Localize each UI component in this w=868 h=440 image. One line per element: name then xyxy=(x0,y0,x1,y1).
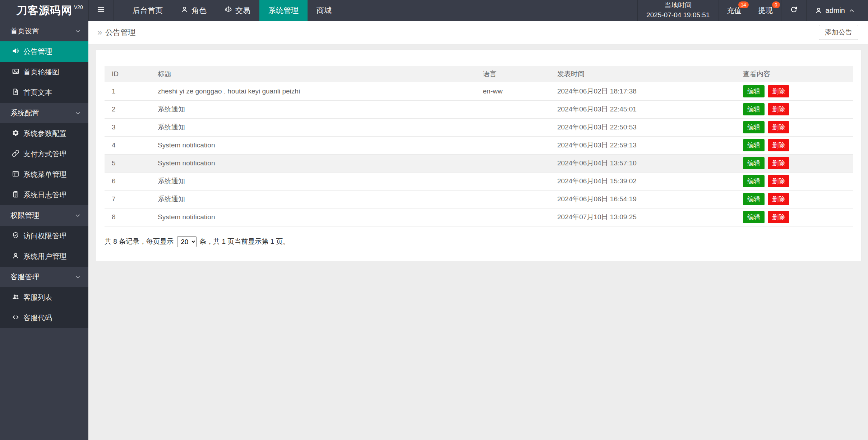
announcement-card: ID标题语言发表时间查看内容 1zheshi yi ze gonggao . h… xyxy=(96,50,862,261)
sidebar-item[interactable]: 系统菜单管理 xyxy=(0,164,88,185)
sidebar-item-label: 首页轮播图 xyxy=(23,67,59,77)
edit-button[interactable]: 编辑 xyxy=(743,193,765,205)
top-nav-item[interactable]: 角色 xyxy=(172,0,216,21)
delete-button[interactable]: 删除 xyxy=(768,157,789,169)
sidebar: 首页设置公告管理首页轮播图首页文本系统配置系统参数配置支付方式管理系统菜单管理系… xyxy=(0,21,88,440)
recharge-badge: 14 xyxy=(738,1,748,8)
code-icon xyxy=(12,313,19,323)
menu-icon xyxy=(97,5,105,15)
edit-button[interactable]: 编辑 xyxy=(743,157,765,169)
sidebar-item[interactable]: 客服列表 xyxy=(0,287,88,308)
local-time-value: 2025-07-04 19:05:51 xyxy=(646,10,710,20)
cell-time: 2024年07月10日 13:09:25 xyxy=(550,208,736,226)
cell-title: 系统通知 xyxy=(151,100,476,118)
sidebar-item-label: 客服列表 xyxy=(23,293,52,302)
withdraw-badge: 0 xyxy=(772,1,780,8)
cell-title: zheshi yi ze gonggao . houtai keyi guanl… xyxy=(151,82,476,100)
cell-id: 4 xyxy=(105,136,151,154)
add-announcement-button[interactable]: 添加公告 xyxy=(819,25,858,40)
table-column-header: ID xyxy=(105,66,151,82)
delete-button[interactable]: 删除 xyxy=(768,175,789,187)
sidebar-section-header[interactable]: 系统配置 xyxy=(0,103,88,123)
refresh-icon xyxy=(790,5,798,15)
delete-button[interactable]: 删除 xyxy=(768,193,789,205)
table-column-header: 查看内容 xyxy=(736,66,853,82)
top-nav-item[interactable]: 后台首页 xyxy=(124,0,172,21)
sidebar-section-label: 权限管理 xyxy=(10,211,39,220)
table-row: 7系统通知2024年06月06日 16:54:19编辑删除 xyxy=(105,190,853,208)
cell-id: 7 xyxy=(105,190,151,208)
sidebar-item[interactable]: 访问权限管理 xyxy=(0,226,88,246)
cell-lang xyxy=(476,154,550,172)
top-nav-item[interactable]: 交易 xyxy=(216,0,259,21)
sidebar-item[interactable]: 系统日志管理 xyxy=(0,185,88,205)
cell-title: System notification xyxy=(151,136,476,154)
cell-title: 系统通知 xyxy=(151,118,476,136)
table-column-header: 发表时间 xyxy=(550,66,736,82)
sidebar-item[interactable]: 客服代码 xyxy=(0,308,88,328)
sidebar-section-header[interactable]: 首页设置 xyxy=(0,21,88,41)
table-header-row: ID标题语言发表时间查看内容 xyxy=(105,66,853,82)
edit-button[interactable]: 编辑 xyxy=(743,139,765,151)
sidebar-item[interactable]: 公告管理 xyxy=(0,41,88,62)
cell-time: 2024年06月03日 22:59:13 xyxy=(550,136,736,154)
window-icon xyxy=(12,170,19,179)
sidebar-item[interactable]: 首页轮播图 xyxy=(0,62,88,82)
edit-button[interactable]: 编辑 xyxy=(743,121,765,133)
cell-title: System notification xyxy=(151,154,476,172)
sidebar-item[interactable]: 系统参数配置 xyxy=(0,123,88,144)
cell-id: 2 xyxy=(105,100,151,118)
breadcrumb-arrow-icon: » xyxy=(97,27,102,37)
main-content: » 公告管理 添加公告 ID标题语言发表时间查看内容 1zheshi yi ze… xyxy=(88,21,868,440)
delete-button[interactable]: 删除 xyxy=(768,121,789,133)
local-time-label: 当地时间 xyxy=(664,1,692,10)
sidebar-section-header[interactable]: 客服管理 xyxy=(0,267,88,287)
edit-button[interactable]: 编辑 xyxy=(743,103,765,115)
sidebar-item-label: 客服代码 xyxy=(23,313,52,323)
table-row: 4System notification2024年06月03日 22:59:13… xyxy=(105,136,853,154)
sidebar-toggle-button[interactable] xyxy=(88,0,114,21)
pagination: 共 8 条记录，每页显示 20 条，共 1 页当前显示第 1 页。 xyxy=(105,236,853,247)
sidebar-item[interactable]: 支付方式管理 xyxy=(0,144,88,164)
username: admin xyxy=(826,6,845,15)
cell-title: 系统通知 xyxy=(151,172,476,190)
chevron-down-icon xyxy=(74,110,81,116)
delete-button[interactable]: 删除 xyxy=(768,85,789,97)
sidebar-item[interactable]: 系统用户管理 xyxy=(0,246,88,267)
scales-icon xyxy=(225,6,232,15)
table-row: 1zheshi yi ze gonggao . houtai keyi guan… xyxy=(105,82,853,100)
sidebar-item-label: 系统用户管理 xyxy=(23,252,66,261)
recharge-button[interactable]: 充值 14 xyxy=(719,0,750,21)
user-menu[interactable]: admin xyxy=(806,0,868,21)
table-column-header: 语言 xyxy=(476,66,550,82)
cell-time: 2024年06月03日 22:50:53 xyxy=(550,118,736,136)
table-row: 5System notification2024年06月04日 13:57:10… xyxy=(105,154,853,172)
withdraw-button[interactable]: 提现 0 xyxy=(750,0,781,21)
local-time: 当地时间 2025-07-04 19:05:51 xyxy=(637,0,718,21)
sidebar-item-label: 支付方式管理 xyxy=(23,149,66,159)
sidebar-section-group: 公告管理首页轮播图首页文本 xyxy=(0,41,88,103)
announcement-table: ID标题语言发表时间查看内容 1zheshi yi ze gonggao . h… xyxy=(105,66,853,226)
cell-title: System notification xyxy=(151,208,476,226)
top-nav-item-label: 交易 xyxy=(235,5,250,15)
cell-actions: 编辑删除 xyxy=(736,154,853,172)
delete-button[interactable]: 删除 xyxy=(768,139,789,151)
app-logo: 刀客源码网 V20 xyxy=(0,0,88,21)
cell-time: 2024年06月04日 13:57:10 xyxy=(550,154,736,172)
page-size-select[interactable]: 20 xyxy=(177,236,197,247)
sidebar-item-label: 访问权限管理 xyxy=(23,231,66,241)
chevron-down-icon xyxy=(74,28,81,35)
edit-button[interactable]: 编辑 xyxy=(743,175,765,187)
sidebar-section-header[interactable]: 权限管理 xyxy=(0,205,88,226)
sidebar-item[interactable]: 首页文本 xyxy=(0,82,88,103)
top-nav-item[interactable]: 商城 xyxy=(308,0,341,21)
refresh-button[interactable] xyxy=(781,0,806,21)
cell-id: 6 xyxy=(105,172,151,190)
top-nav-item[interactable]: 系统管理 xyxy=(259,0,308,21)
edit-button[interactable]: 编辑 xyxy=(743,85,765,97)
delete-button[interactable]: 删除 xyxy=(768,103,789,115)
delete-button[interactable]: 删除 xyxy=(768,211,789,223)
edit-button[interactable]: 编辑 xyxy=(743,211,765,223)
chevron-down-icon xyxy=(74,274,81,280)
sidebar-section-group: 系统参数配置支付方式管理系统菜单管理系统日志管理 xyxy=(0,123,88,205)
